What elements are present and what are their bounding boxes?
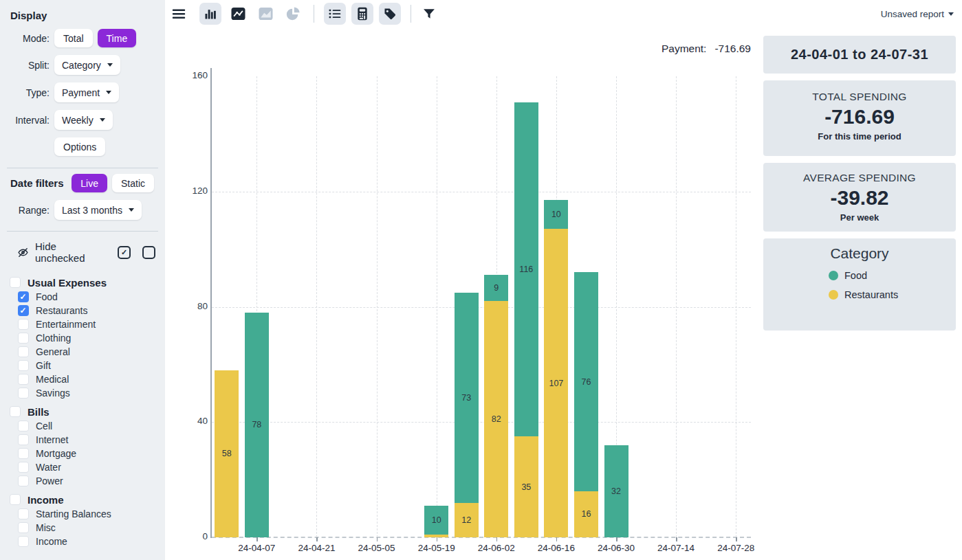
category-group-label: Usual Expenses (28, 277, 107, 289)
type-dropdown[interactable]: Payment (54, 82, 119, 102)
list-button[interactable] (324, 3, 346, 25)
chart-bar-24-06-16[interactable]: 10107 (544, 200, 568, 537)
checkbox-starting-balances[interactable] (18, 508, 29, 519)
bar-chart-button[interactable] (199, 3, 221, 25)
bar-segment-food[interactable]: 10 (424, 506, 448, 535)
mode-total-button[interactable]: Total (54, 29, 93, 47)
bar-segment-food[interactable]: 32 (604, 445, 628, 537)
checkbox-bills[interactable] (10, 406, 21, 417)
category-item-row-gift[interactable]: Gift (0, 359, 165, 372)
x-axis-tick (616, 537, 617, 541)
x-axis-tick-label: 24-07-14 (645, 543, 707, 553)
category-item-label: Clothing (36, 333, 71, 344)
checkbox-cell[interactable] (18, 421, 29, 432)
bar-segment-food[interactable]: 116 (514, 102, 538, 436)
category-item-row-food[interactable]: Food (0, 290, 165, 304)
checkbox-income[interactable] (10, 494, 21, 505)
check-all-button[interactable]: ✓ (118, 246, 131, 259)
bar-value-label: 9 (494, 283, 499, 293)
chart-bar-24-05-19[interactable]: 10 (424, 506, 448, 537)
mode-time-button[interactable]: Time (98, 29, 137, 47)
area-chart-button[interactable] (254, 3, 276, 25)
chart-bar-24-04-07[interactable]: 78 (245, 313, 269, 537)
list-icon (328, 8, 342, 20)
bar-segment-restaurants[interactable]: 12 (455, 503, 479, 537)
options-button[interactable]: Options (54, 137, 105, 156)
checkbox-food[interactable] (18, 291, 29, 302)
calculator-button[interactable] (351, 3, 373, 25)
category-item-row-starting-balances[interactable]: Starting Balances (0, 507, 165, 521)
checkbox-mortgage[interactable] (18, 448, 29, 459)
category-item-label: Water (36, 462, 61, 473)
line-chart-button[interactable] (227, 3, 249, 25)
hide-unchecked-row[interactable]: Hide unchecked ✓ (17, 240, 155, 264)
date-live-button[interactable]: Live (72, 174, 107, 192)
category-item-row-water[interactable]: Water (0, 460, 165, 474)
checkbox-clothing[interactable] (18, 333, 29, 344)
checkbox-savings[interactable] (18, 388, 29, 399)
legend-item-food: Food (829, 270, 956, 281)
category-item-row-power[interactable]: Power (0, 474, 165, 488)
bar-segment-restaurants[interactable]: 82 (484, 301, 508, 537)
bar-segment-restaurants[interactable]: 58 (215, 370, 239, 537)
total-spending-title: TOTAL SPENDING (763, 91, 956, 103)
checkbox-gift[interactable] (18, 360, 29, 371)
category-group-row-income[interactable]: Income (0, 492, 165, 507)
category-item-row-clothing[interactable]: Clothing (0, 331, 165, 345)
bar-segment-restaurants[interactable]: 16 (574, 491, 598, 537)
split-dropdown[interactable]: Category (54, 55, 120, 75)
category-item-row-restaurants[interactable]: Restaurants (0, 304, 165, 317)
filter-button[interactable] (419, 3, 439, 25)
category-item-row-misc[interactable]: Misc (0, 521, 165, 535)
chart-bar-24-06-30[interactable]: 32 (604, 445, 628, 537)
checkbox-usual-expenses[interactable] (10, 277, 21, 288)
checkbox-restaurants[interactable] (18, 305, 29, 316)
category-item-row-general[interactable]: General (0, 345, 165, 359)
checkbox-power[interactable] (18, 475, 29, 486)
bar-segment-food[interactable]: 73 (455, 293, 479, 503)
uncheck-all-button[interactable] (142, 246, 155, 259)
bar-value-label: 58 (222, 449, 232, 458)
category-item-row-mortgage[interactable]: Mortgage (0, 447, 165, 460)
checkbox-misc[interactable] (18, 522, 29, 533)
bar-segment-food[interactable]: 76 (574, 272, 598, 491)
bar-segment-restaurants[interactable] (424, 535, 448, 537)
bar-segment-restaurants[interactable]: 107 (544, 229, 568, 537)
legend-dot-icon (829, 290, 838, 300)
category-item-row-income[interactable]: Income (0, 535, 165, 548)
bar-segment-food[interactable]: 10 (544, 200, 568, 229)
checkbox-entertainment[interactable] (18, 319, 29, 330)
category-item-row-internet[interactable]: Internet (0, 433, 165, 447)
report-selector[interactable]: Unsaved report (881, 9, 954, 19)
bar-segment-food[interactable]: 9 (484, 275, 508, 301)
category-item-row-savings[interactable]: Savings (0, 386, 165, 400)
range-dropdown[interactable]: Last 3 months (54, 200, 142, 220)
chart-bar-24-03-31[interactable]: 58 (215, 370, 239, 537)
chart-total-label: Payment: (662, 43, 706, 54)
x-axis-tick (676, 537, 677, 541)
bar-segment-food[interactable]: 78 (245, 313, 269, 537)
menu-button[interactable] (169, 3, 188, 25)
checkbox-medical[interactable] (18, 374, 29, 385)
bar-segment-restaurants[interactable]: 35 (514, 436, 538, 537)
report-label: Unsaved report (881, 9, 944, 19)
checkbox-general[interactable] (18, 346, 29, 357)
tag-button[interactable] (379, 3, 401, 25)
date-static-button[interactable]: Static (112, 174, 154, 192)
chart-bar-24-06-09[interactable]: 11635 (514, 102, 538, 537)
category-group-row-usual-expenses[interactable]: Usual Expenses (0, 275, 165, 290)
category-item-row-cell[interactable]: Cell (0, 419, 165, 433)
checkbox-income[interactable] (18, 536, 29, 547)
checkbox-water[interactable] (18, 462, 29, 473)
checkbox-internet[interactable] (18, 434, 29, 445)
category-item-label: Entertainment (36, 319, 96, 330)
vertical-gridline (736, 76, 736, 537)
chart-bar-24-06-23[interactable]: 7616 (574, 272, 598, 537)
chart-bar-24-06-02[interactable]: 982 (484, 275, 508, 537)
pie-chart-button[interactable] (282, 3, 304, 25)
interval-dropdown[interactable]: Weekly (54, 110, 113, 130)
chart-bar-24-05-26[interactable]: 7312 (455, 293, 479, 537)
category-item-row-medical[interactable]: Medical (0, 372, 165, 386)
category-group-row-bills[interactable]: Bills (0, 404, 165, 419)
category-item-row-entertainment[interactable]: Entertainment (0, 317, 165, 331)
